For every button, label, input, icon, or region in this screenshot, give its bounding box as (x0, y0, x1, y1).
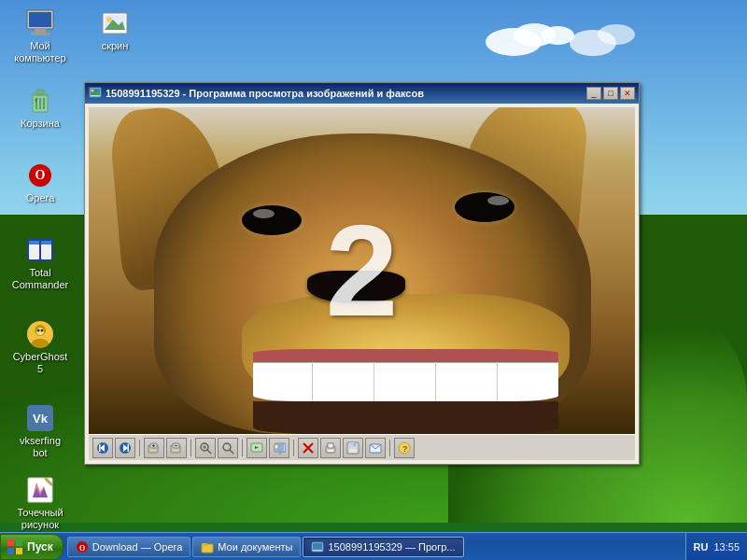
tray-clock: 13:55 (713, 541, 740, 553)
toolbar-next-button[interactable] (115, 438, 135, 458)
vkbot-icon-label: vkserfing bot (11, 435, 69, 459)
taskbar-my-docs-label: Мои документы (218, 541, 292, 553)
taskbar-image-viewer-label: 1508991195329 — Прогр... (328, 541, 455, 553)
svg-text:?: ? (402, 444, 408, 454)
window-title-icon (89, 87, 102, 100)
maximize-button[interactable]: □ (603, 87, 618, 100)
svg-rect-63 (349, 449, 357, 453)
svg-rect-71 (16, 548, 22, 554)
desktop-icon-my-computer[interactable]: Мой компьютер (7, 5, 73, 68)
desktop-icon-paint[interactable]: Точечный рисунок (7, 471, 73, 535)
desktop-icon-cyberghost[interactable]: CyberGhost 5 (7, 315, 73, 379)
paint-icon-label: Точечный рисунок (17, 507, 63, 531)
opera-icon (25, 161, 55, 190)
minimize-button[interactable]: _ (586, 87, 601, 100)
image-display: 2 (89, 107, 635, 434)
desktop-icon-vkbot[interactable]: Vk vkserfing bot (7, 399, 73, 463)
windows-logo (7, 539, 23, 555)
cyberghost-icon (25, 319, 55, 349)
svg-rect-55 (275, 444, 278, 449)
toolbar-zoom-out-button[interactable] (166, 438, 187, 458)
svg-rect-75 (202, 543, 207, 546)
svg-line-49 (230, 450, 233, 454)
dog-nose (307, 271, 405, 303)
desktop: Мой компьютер скрин (0, 0, 747, 560)
svg-rect-59 (328, 443, 333, 448)
computer-icon-label: Мой компьютер (14, 40, 65, 64)
screenshot-icon (100, 8, 130, 38)
svg-rect-60 (328, 450, 333, 452)
toolbar-separator-1 (139, 440, 140, 456)
svg-point-6 (106, 17, 112, 22)
taskbar: Пуск O Download — Opera Мои документы (0, 532, 747, 560)
svg-rect-68 (7, 539, 14, 546)
svg-point-48 (223, 443, 231, 451)
dog-teeth-lines (253, 362, 559, 401)
toolbar-help-button[interactable]: ? (394, 438, 415, 458)
desktop-icon-opera[interactable]: Opera (7, 157, 73, 208)
opera-icon-label: Opera (26, 192, 55, 204)
taskbar-folder-icon (201, 540, 214, 553)
start-label: Пуск (27, 540, 53, 553)
dog-lower-jaw (253, 401, 559, 434)
toolbar-delete-button[interactable] (298, 438, 318, 458)
taskbar-items: O Download — Opera Мои документы 1508991… (67, 533, 685, 560)
window-controls: _ □ ✕ (586, 87, 635, 100)
window-titlebar: 1508991195329 - Программа просмотра изоб… (85, 83, 639, 104)
toolbar-separator-5 (389, 440, 390, 456)
toolbar-separator-2 (190, 440, 191, 456)
window-content: 2 (85, 104, 639, 464)
toolbar-separator-3 (242, 440, 243, 456)
svg-rect-70 (7, 548, 14, 554)
toolbar-rotate-button[interactable] (269, 438, 289, 458)
svg-rect-3 (31, 33, 49, 35)
svg-line-45 (207, 450, 211, 454)
recycle-bin-icon (25, 86, 55, 116)
window-title-area: 1508991195329 - Программа просмотра изоб… (89, 87, 424, 100)
svg-rect-36 (128, 444, 130, 452)
svg-rect-64 (354, 443, 356, 446)
toolbar-prev-button[interactable] (92, 438, 113, 458)
toolbar-separator-4 (293, 440, 294, 456)
svg-text:O: O (79, 544, 85, 553)
window-title-text: 1508991195329 - Программа просмотра изоб… (106, 88, 424, 99)
start-button[interactable]: Пуск (0, 534, 63, 560)
toolbar-save-button[interactable] (343, 438, 363, 458)
taskbar-tray: RU 13:55 (685, 533, 747, 560)
svg-rect-18 (41, 241, 51, 245)
toolbar-email-button[interactable] (365, 438, 386, 458)
toolbar-actual-size-button[interactable] (195, 438, 216, 458)
computer-icon (25, 8, 55, 38)
toolbar-print-button[interactable] (320, 438, 341, 458)
desktop-icon-screenshot[interactable]: скрин (82, 5, 148, 56)
desktop-icon-total-commander[interactable]: Total Commander (7, 231, 73, 295)
dog-eye-right-highlight (487, 196, 509, 206)
dog-image: 2 (89, 107, 635, 434)
toolbar-best-fit-button[interactable] (218, 438, 238, 458)
taskbar-image-viewer-icon (311, 540, 324, 553)
paint-icon (25, 475, 55, 505)
svg-rect-77 (313, 543, 322, 550)
toolbar-zoom-in-button[interactable] (144, 438, 164, 458)
cyberghost-icon-label: CyberGhost 5 (11, 351, 69, 375)
svg-rect-17 (29, 241, 39, 245)
taskbar-item-image-viewer[interactable]: 1508991195329 — Прогр... (303, 537, 463, 557)
taskbar-opera-icon: O (76, 540, 89, 553)
recycle-bin-icon-label: Корзина (21, 118, 60, 130)
taskbar-item-my-docs[interactable]: Мои документы (192, 537, 301, 557)
vkbot-icon: Vk (25, 403, 55, 433)
svg-rect-2 (35, 29, 46, 33)
svg-point-23 (37, 329, 40, 332)
svg-rect-69 (16, 539, 22, 546)
desktop-icon-recycle-bin[interactable]: Корзина (7, 82, 73, 133)
svg-point-24 (41, 329, 44, 332)
taskbar-item-opera[interactable]: O Download — Opera (67, 537, 191, 557)
image-viewer-window: 1508991195329 - Программа просмотра изоб… (84, 82, 640, 465)
window-toolbar: ? (89, 434, 635, 460)
taskbar-opera-label: Download — Opera (92, 541, 183, 553)
tray-language: RU (694, 541, 709, 553)
svg-rect-1 (29, 12, 51, 27)
close-button[interactable]: ✕ (620, 87, 635, 100)
toolbar-slideshow-button[interactable] (247, 438, 267, 458)
svg-rect-10 (36, 90, 44, 94)
